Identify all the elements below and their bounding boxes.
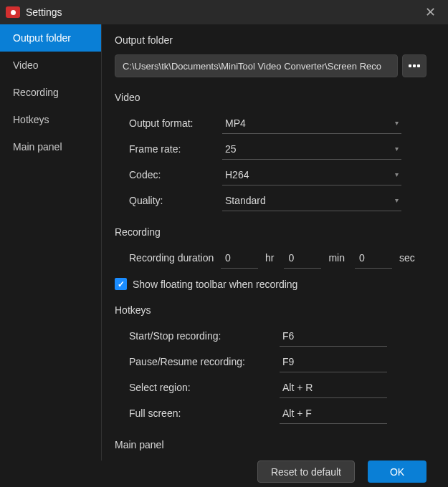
close-button[interactable]: ✕: [418, 0, 442, 24]
format-label: Output format:: [129, 117, 222, 129]
chevron-down-icon: ▾: [395, 119, 399, 127]
framerate-value: 25: [225, 143, 237, 155]
sidebar-item-video[interactable]: Video: [0, 52, 101, 79]
duration-min-input[interactable]: [284, 247, 321, 269]
app-icon: [6, 6, 20, 18]
format-select[interactable]: MP4 ▾: [222, 113, 401, 134]
body: Output folder Video Recording Hotkeys Ma…: [0, 24, 448, 461]
framerate-select[interactable]: 25 ▾: [222, 139, 401, 160]
browse-button[interactable]: [402, 54, 426, 77]
sidebar-item-output-folder[interactable]: Output folder: [0, 24, 101, 52]
quality-value: Standard: [225, 195, 266, 206]
quality-label: Quality:: [129, 195, 222, 206]
reset-button[interactable]: Reset to default: [257, 461, 355, 483]
hotkeys-title: Hotkeys: [115, 304, 426, 316]
floating-toolbar-checkbox[interactable]: ✓: [115, 278, 127, 290]
sidebar-item-hotkeys[interactable]: Hotkeys: [0, 106, 101, 133]
chevron-down-icon: ▾: [395, 196, 399, 204]
output-path-input[interactable]: C:\Users\tk\Documents\MiniTool Video Con…: [115, 54, 398, 77]
sidebar: Output folder Video Recording Hotkeys Ma…: [0, 24, 102, 461]
codec-select[interactable]: H264 ▾: [222, 165, 401, 185]
min-unit: min: [328, 252, 345, 264]
hotkey-pause-label: Pause/Resume recording:: [129, 356, 280, 367]
recording-title: Recording: [115, 226, 426, 238]
duration-label: Recording duration: [129, 252, 221, 264]
check-icon: ✓: [118, 279, 125, 289]
scroll-area[interactable]: Output folder C:\Users\tk\Documents\Mini…: [102, 24, 448, 461]
hr-unit: hr: [265, 252, 274, 264]
hotkey-fullscreen-value[interactable]: Alt + F: [280, 403, 387, 424]
format-value: MP4: [225, 117, 246, 129]
hotkey-fullscreen-label: Full screen:: [129, 408, 280, 419]
chevron-down-icon: ▾: [395, 145, 399, 153]
mainpanel-title: Main panel: [115, 439, 426, 450]
hotkey-region-value[interactable]: Alt + R: [280, 377, 387, 398]
floating-toolbar-label: Show floating toolbar when recording: [133, 279, 297, 290]
ellipsis-icon: [409, 64, 420, 67]
titlebar: Settings ✕: [0, 0, 448, 24]
framerate-label: Frame rate:: [129, 143, 222, 155]
sidebar-item-main-panel[interactable]: Main panel: [0, 133, 101, 160]
window-title: Settings: [26, 6, 418, 18]
hotkey-startstop-label: Start/Stop recording:: [129, 330, 280, 342]
hotkey-region-label: Select region:: [129, 382, 280, 393]
sidebar-item-recording[interactable]: Recording: [0, 79, 101, 106]
ok-button[interactable]: OK: [368, 461, 426, 483]
codec-value: H264: [225, 169, 249, 180]
output-folder-title: Output folder: [115, 34, 426, 46]
chevron-down-icon: ▾: [395, 170, 399, 178]
duration-sec-input[interactable]: [355, 247, 392, 269]
sec-unit: sec: [399, 252, 415, 264]
duration-hr-input[interactable]: [221, 247, 258, 269]
hotkey-startstop-value[interactable]: F6: [280, 326, 387, 347]
footer: Reset to default OK: [0, 461, 448, 487]
hotkey-pause-value[interactable]: F9: [280, 352, 387, 372]
quality-select[interactable]: Standard ▾: [222, 191, 401, 211]
video-title: Video: [115, 92, 426, 103]
main-panel: Output folder C:\Users\tk\Documents\Mini…: [102, 24, 448, 461]
codec-label: Codec:: [129, 169, 222, 180]
